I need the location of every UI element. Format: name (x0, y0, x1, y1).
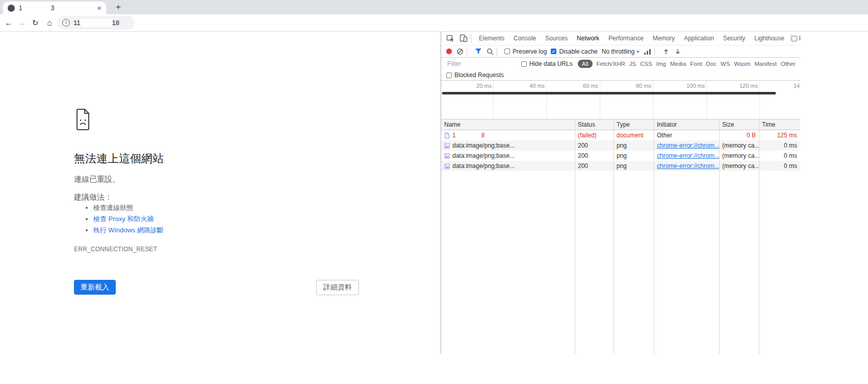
devtools-tab-performance[interactable]: Performance (604, 32, 648, 45)
initiator-link[interactable]: chrome-error://chrom... (657, 162, 719, 170)
new-tab-button[interactable]: + (112, 1, 124, 13)
filter-pill-font[interactable]: Font (690, 61, 702, 67)
request-name: data:image/png;base... (452, 161, 515, 171)
timeline-tick: 14 (794, 83, 800, 89)
home-icon[interactable]: ⌂ (43, 14, 56, 31)
network-request-row[interactable]: data:image/png;base... 200 png chrome-er… (441, 161, 800, 171)
network-overview-bar[interactable] (442, 92, 776, 94)
site-favicon-icon (8, 5, 15, 12)
record-network-log-icon[interactable] (446, 49, 452, 54)
table-column-divider[interactable] (654, 119, 654, 354)
browser-tab[interactable]: 13 × (3, 2, 106, 14)
checkbox-unchecked-icon (521, 61, 527, 67)
blocked-requests-checkbox[interactable]: Blocked Requests (446, 71, 504, 79)
divider (467, 47, 467, 56)
devtools-tab-console[interactable]: Console (509, 32, 541, 45)
error-code: ERR_CONNECTION_RESET (74, 246, 157, 253)
filter-pill-wasm[interactable]: Wasm (734, 61, 750, 67)
hide-data-urls-checkbox[interactable]: Hide data URLs (521, 60, 573, 67)
filter-pill-fetch-xhr[interactable]: Fetch/XHR (597, 61, 625, 67)
address-bar[interactable]: i 1118 (57, 16, 135, 30)
filter-pill-ws[interactable]: WS (721, 61, 730, 67)
initiator-link[interactable]: chrome-error://chrom... (657, 142, 719, 149)
network-request-row[interactable]: data:image/png;base... 200 png chrome-er… (441, 151, 800, 161)
filter-icon[interactable] (475, 48, 482, 55)
suggestion-item: 執行 Windows 網路診斷 (93, 225, 164, 236)
devtools-tab-lighthouse[interactable]: Lighthouse (750, 32, 789, 45)
forward-icon[interactable]: → (15, 14, 29, 31)
suggestion-link[interactable]: 執行 Windows 網路診斷 (93, 226, 164, 234)
devtools-tab-network[interactable]: Network (572, 32, 604, 45)
tab-close-icon[interactable]: × (97, 4, 101, 12)
disable-cache-checkbox[interactable]: ✓ Disable cache (551, 48, 597, 55)
table-column-divider[interactable] (759, 119, 759, 354)
throttling-select[interactable]: No throttling ▾ (602, 48, 639, 55)
error-message: 連線已重設。 (74, 175, 120, 184)
request-status-cell: (failed) (575, 130, 614, 140)
browser-toolbar: ← → ↻ ⌂ i 1118 (0, 14, 868, 32)
timeline-tick: 100 ms (674, 83, 705, 89)
filter-pill-all[interactable]: All (578, 60, 593, 68)
network-request-row[interactable]: data:image/png;base... 200 png chrome-er… (441, 140, 800, 151)
filter-pill-media[interactable]: Media (670, 61, 686, 67)
request-status-cell: 200 (575, 140, 614, 151)
image-icon (444, 143, 450, 149)
column-header-size[interactable]: Size (719, 119, 759, 130)
import-har-icon[interactable] (662, 48, 670, 55)
back-icon[interactable]: ← (2, 14, 15, 31)
request-type-cell: png (614, 140, 654, 151)
suggestions-heading: 建議做法： (74, 193, 112, 202)
column-header-name[interactable]: Name (441, 119, 575, 130)
tab-title: 13 (19, 5, 94, 12)
network-request-row[interactable]: 18 (failed) document Other 0 B 125 ms (441, 130, 800, 140)
network-conditions-icon[interactable] (644, 48, 651, 55)
suggestion-link[interactable]: 檢查 Proxy 和防火牆 (93, 215, 154, 223)
divider (471, 34, 471, 42)
table-column-divider[interactable] (719, 119, 720, 354)
checkbox-checked-icon: ✓ (551, 49, 556, 54)
url-end: 18 (112, 19, 119, 27)
device-toolbar-icon[interactable] (459, 34, 468, 42)
reload-icon[interactable]: ↻ (29, 14, 42, 31)
redacted-request-name (456, 133, 481, 138)
table-column-divider[interactable] (614, 119, 614, 354)
filter-pill-js[interactable]: JS (629, 61, 636, 67)
throttling-value: No throttling (602, 48, 635, 55)
devtools-tab-sources[interactable]: Sources (541, 32, 572, 45)
column-header-time[interactable]: Time (759, 119, 800, 130)
devtools-tab-elements[interactable]: Elements (474, 32, 509, 45)
blocked-requests-row: Blocked Requests (441, 70, 800, 81)
clear-network-log-icon[interactable] (456, 48, 464, 55)
request-type-cell: document (614, 130, 654, 140)
suggestions-list: 檢查連線狀態 檢查 Proxy 和防火牆 執行 Windows 網路診斷 (74, 202, 164, 236)
column-header-type[interactable]: Type (614, 119, 654, 130)
devtools-tab-application[interactable]: Application (679, 32, 719, 45)
timeline-tick: 40 ms (514, 83, 545, 89)
request-size-cell: (memory ca... (719, 151, 759, 161)
filter-pill-manifest[interactable]: Manifest (754, 61, 776, 67)
divider (497, 47, 497, 56)
column-header-status[interactable]: Status (575, 119, 614, 130)
request-time-cell: 125 ms (759, 130, 800, 140)
filter-pill-doc[interactable]: Doc (706, 61, 716, 67)
column-header-initiator[interactable]: Initiator (654, 119, 719, 130)
devtools-tab-memory[interactable]: Memory (648, 32, 679, 45)
reload-button[interactable]: 重新載入 (74, 280, 116, 295)
initiator-link[interactable]: chrome-error://chrom... (657, 152, 719, 159)
table-column-divider[interactable] (575, 119, 575, 354)
filter-pill-other[interactable]: Other (781, 61, 796, 67)
export-har-icon[interactable] (674, 48, 681, 55)
timeline-tick: 60 ms (568, 83, 598, 89)
preserve-log-checkbox[interactable]: Preserve log (504, 48, 547, 55)
filter-pill-img[interactable]: Img (656, 61, 666, 67)
search-icon[interactable] (487, 48, 494, 55)
clipped-filter-checkbox[interactable]: H (792, 35, 800, 42)
inspect-element-icon[interactable] (446, 34, 454, 42)
page-info-icon[interactable]: i (62, 19, 70, 27)
request-name: data:image/png;base... (452, 151, 515, 161)
filter-pill-css[interactable]: CSS (640, 61, 652, 67)
details-button[interactable]: 詳細資料 (316, 280, 359, 295)
document-icon (444, 132, 450, 139)
filter-input[interactable] (446, 60, 517, 68)
devtools-tab-security[interactable]: Security (719, 32, 750, 45)
